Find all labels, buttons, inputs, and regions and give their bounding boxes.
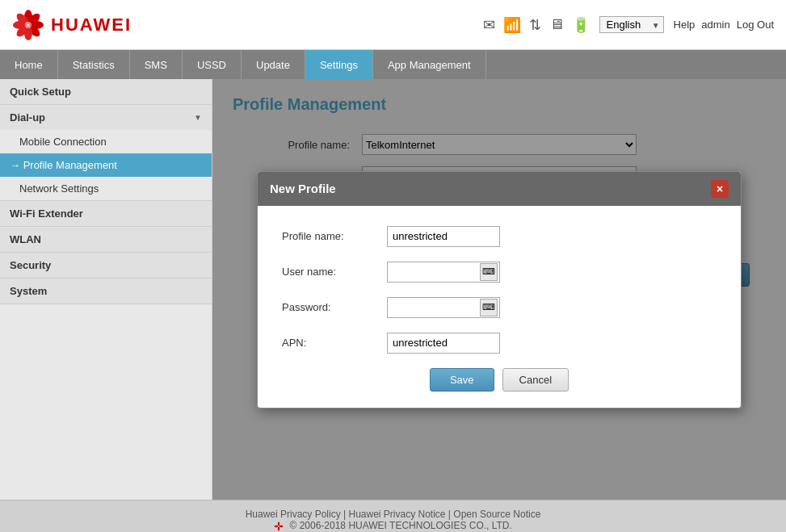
sidebar: Quick Setup Dial-up Mobile Connection Pr… xyxy=(0,79,212,500)
footer-logo-icon xyxy=(274,522,284,531)
language-dropdown[interactable]: English Chinese xyxy=(599,16,664,33)
modal-password-row: Password: ⌨ xyxy=(282,297,717,318)
sidebar-dialup-label: Dial-up xyxy=(10,111,45,124)
sidebar-header-wifi-extender[interactable]: Wi-Fi Extender xyxy=(0,201,212,226)
keyboard-password-icon[interactable]: ⌨ xyxy=(480,299,498,316)
open-source-link[interactable]: Open Source Notice xyxy=(453,509,540,520)
nav-app-management[interactable]: App Management xyxy=(373,50,486,79)
nav-ussd[interactable]: USSD xyxy=(183,50,242,79)
status-icons: ✉ 📶 ⇅ 🖥 🔋 xyxy=(483,16,590,34)
sidebar-item-network-settings[interactable]: Network Settings xyxy=(0,177,212,200)
sidebar-section-wlan: WLAN xyxy=(0,227,212,253)
svg-point-11 xyxy=(278,526,280,530)
nav-home[interactable]: Home xyxy=(0,50,58,79)
modal-user-name-wrap: ⌨ xyxy=(387,262,500,283)
top-bar: HUAWEI ✉ 📶 ⇅ 🖥 🔋 English Chinese ▼ Help … xyxy=(0,0,786,50)
modal-user-name-row: User name: ⌨ xyxy=(282,262,717,283)
monitor-icon[interactable]: 🖥 xyxy=(549,16,564,33)
modal-apn-label: APN: xyxy=(282,337,387,349)
sidebar-section-wifi-extender: Wi-Fi Extender xyxy=(0,201,212,227)
svg-point-8 xyxy=(25,22,32,28)
top-right-controls: ✉ 📶 ⇅ 🖥 🔋 English Chinese ▼ Help admin L… xyxy=(483,16,774,34)
sidebar-header-system[interactable]: System xyxy=(0,279,212,304)
battery-icon[interactable]: 🔋 xyxy=(572,16,590,34)
huawei-logo-icon xyxy=(12,9,44,41)
keyboard-icon[interactable]: ⌨ xyxy=(480,263,498,281)
modal-apn-row: APN: xyxy=(282,333,717,354)
content-area: Profile Management Profile name: TelkomI… xyxy=(212,79,786,500)
sidebar-section-quick-setup: Quick Setup xyxy=(0,79,212,105)
modal-profile-name-input[interactable] xyxy=(387,226,500,247)
modal-password-wrap: ⌨ xyxy=(387,297,500,318)
privacy-policy-link[interactable]: Huawei Privacy Policy xyxy=(246,509,341,520)
modal-save-button[interactable]: Save xyxy=(430,368,494,392)
modal-user-name-label: User name: xyxy=(282,266,387,278)
privacy-notice-link[interactable]: Huawei Privacy Notice xyxy=(348,509,445,520)
modal-body: Profile name: User name: ⌨ xyxy=(258,206,741,408)
modal-overlay: New Profile × Profile name: User name: xyxy=(212,79,786,500)
admin-link[interactable]: admin xyxy=(701,19,729,31)
footer-links: Huawei Privacy Policy | Huawei Privacy N… xyxy=(8,509,778,520)
nav-statistics[interactable]: Statistics xyxy=(58,50,130,79)
sidebar-section-system: System xyxy=(0,279,212,304)
modal-profile-name-row: Profile name: xyxy=(282,226,717,247)
transfer-icon[interactable]: ⇅ xyxy=(529,16,541,34)
sidebar-section-dialup: Dial-up Mobile Connection Profile Manage… xyxy=(0,105,212,201)
modal-header: New Profile × xyxy=(258,172,741,206)
nav-bar: Home Statistics SMS USSD Update Settings… xyxy=(0,50,786,79)
sidebar-header-quick-setup[interactable]: Quick Setup xyxy=(0,79,212,104)
new-profile-modal: New Profile × Profile name: User name: xyxy=(257,171,742,408)
sidebar-header-wlan[interactable]: WLAN xyxy=(0,227,212,252)
sidebar-item-profile-management[interactable]: Profile Management xyxy=(0,153,212,177)
modal-profile-name-wrap xyxy=(387,226,500,247)
modal-buttons: Save Cancel xyxy=(282,368,717,392)
modal-profile-name-label: Profile name: xyxy=(282,230,387,242)
modal-cancel-button[interactable]: Cancel xyxy=(502,368,569,392)
mail-icon[interactable]: ✉ xyxy=(483,16,495,34)
svg-point-12 xyxy=(275,526,279,527)
sidebar-header-security[interactable]: Security xyxy=(0,253,212,278)
svg-point-9 xyxy=(278,522,280,526)
main-layout: Quick Setup Dial-up Mobile Connection Pr… xyxy=(0,79,786,500)
nav-update[interactable]: Update xyxy=(242,50,305,79)
nav-settings[interactable]: Settings xyxy=(305,50,373,79)
logo-area: HUAWEI xyxy=(12,9,132,41)
modal-apn-input[interactable] xyxy=(387,333,500,354)
footer-copyright: © 2006-2018 HUAWEI TECHNOLOGIES CO., LTD… xyxy=(8,520,778,531)
signal-icon[interactable]: 📶 xyxy=(503,16,521,34)
modal-apn-wrap xyxy=(387,333,500,354)
nav-sms[interactable]: SMS xyxy=(130,50,183,79)
top-links: Help admin Log Out xyxy=(674,19,774,31)
help-link[interactable]: Help xyxy=(674,19,696,31)
logo-text: HUAWEI xyxy=(51,15,132,36)
modal-password-label: Password: xyxy=(282,301,387,313)
sidebar-section-security: Security xyxy=(0,253,212,279)
copyright-text: © 2006-2018 HUAWEI TECHNOLOGIES CO., LTD… xyxy=(289,520,511,531)
footer: Huawei Privacy Policy | Huawei Privacy N… xyxy=(0,500,786,532)
language-selector[interactable]: English Chinese ▼ xyxy=(599,16,664,33)
modal-close-button[interactable]: × xyxy=(711,180,729,198)
modal-title: New Profile xyxy=(270,182,336,195)
logout-link[interactable]: Log Out xyxy=(737,19,774,31)
sidebar-header-dialup[interactable]: Dial-up xyxy=(0,105,212,130)
sidebar-item-mobile-connection[interactable]: Mobile Connection xyxy=(0,130,212,153)
svg-point-10 xyxy=(280,526,284,527)
